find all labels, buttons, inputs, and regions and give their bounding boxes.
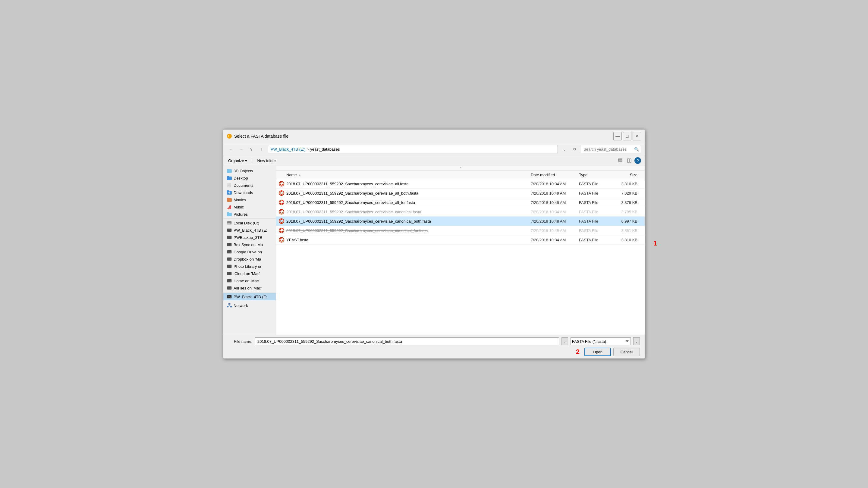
file-date-cell: 7/20/2018 10:34 AM	[531, 210, 579, 214]
svg-line-44	[228, 306, 230, 306]
file-icon	[278, 218, 284, 224]
file-type-select[interactable]: FASTA File (*.fasta)	[570, 337, 631, 345]
scroll-up-indicator: ⌃	[276, 166, 645, 171]
up-button[interactable]: ↑	[258, 145, 266, 153]
cancel-button[interactable]: Cancel	[613, 348, 640, 356]
file-date-cell: 7/20/2018 10:48 AM	[531, 228, 579, 233]
file-date-cell: 7/20/2018 10:49 AM	[531, 200, 579, 205]
svg-point-11	[227, 207, 229, 209]
file-dialog: f Select a FASTA database file — □ × ← →…	[223, 129, 645, 359]
svg-rect-20	[227, 236, 231, 239]
file-icon	[278, 199, 284, 205]
file-name-input[interactable]	[255, 337, 559, 345]
sidebar-item-pw-black-4tb-active[interactable]: PW_Black_4TB (E:	[223, 293, 276, 300]
drive-icon-5	[227, 250, 232, 254]
file-icon	[278, 190, 284, 196]
forward-button[interactable]: →	[237, 145, 245, 153]
bottom-bar: File name: ⌄ FASTA File (*.fasta) ⌄ 2 Op…	[223, 335, 645, 358]
movies-folder-icon	[227, 197, 232, 202]
sidebar-item-photo-library[interactable]: Photo Library or	[223, 263, 276, 270]
file-name-dropdown-button[interactable]: ⌄	[561, 337, 568, 345]
table-row[interactable]: 2018.07_UP000002311_559292_Saccharomyces…	[276, 179, 645, 189]
open-button[interactable]: Open	[584, 348, 611, 356]
view-list-button[interactable]	[616, 157, 624, 164]
file-list-area: ⌃ Name ∧ Date modified Type Size	[276, 166, 645, 335]
folder-icon	[227, 168, 232, 173]
svg-point-32	[230, 274, 231, 274]
sidebar-item-icloud[interactable]: iCloud on 'Mac'	[223, 270, 276, 277]
col-header-date[interactable]: Date modified	[531, 173, 579, 177]
svg-point-26	[230, 252, 231, 253]
svg-rect-42	[230, 306, 232, 307]
new-folder-button[interactable]: New folder	[256, 158, 277, 164]
desktop-folder-icon	[227, 175, 232, 181]
drive-icon-3	[227, 235, 232, 240]
sidebar-label: Movies	[234, 198, 246, 202]
sidebar-item-3d-objects[interactable]: 3D Objects	[223, 167, 276, 174]
table-row[interactable]: 2018.07_UP000002311_559292_Saccharomyces…	[276, 189, 645, 198]
svg-point-24	[230, 245, 231, 246]
file-type-cell: FASTA File	[579, 182, 615, 186]
svg-rect-29	[227, 265, 231, 268]
file-type-cell: FASTA File	[579, 228, 615, 233]
refresh-button[interactable]: ↻	[570, 145, 578, 153]
breadcrumb[interactable]: PW_Black_4TB (E:) > yeast_databases	[268, 145, 558, 153]
col-header-name[interactable]: Name ∧	[286, 173, 531, 177]
search-icon: 🔍	[634, 147, 639, 152]
sidebar-item-documents[interactable]: Documents	[223, 182, 276, 189]
file-type-dropdown-button[interactable]: ⌄	[633, 337, 640, 345]
file-date-cell: 7/20/2018 10:34 AM	[531, 238, 579, 242]
sidebar-item-pwbackup-3tb[interactable]: PWBackup_3TB	[223, 234, 276, 241]
svg-point-30	[230, 267, 231, 267]
breadcrumb-part1: PW_Black_4TB (E:)	[271, 147, 306, 152]
svg-rect-8	[228, 184, 230, 184]
file-date-cell: 7/20/2018 10:49 AM	[531, 191, 579, 195]
sidebar-item-network[interactable]: Network	[223, 302, 276, 309]
drive-icon-9	[227, 278, 232, 283]
sidebar-item-desktop[interactable]: Desktop	[223, 174, 276, 182]
close-button[interactable]: ×	[632, 132, 641, 140]
sidebar-item-google-drive[interactable]: Google Drive on	[223, 248, 276, 255]
sidebar-item-home-mac[interactable]: Home on 'Mac'	[223, 277, 276, 284]
sidebar-label: Box Sync on 'Ma	[234, 242, 263, 247]
sort-arrow: ∧	[299, 173, 301, 177]
search-input[interactable]	[584, 147, 634, 152]
dropdown-button[interactable]: ⌄	[560, 145, 568, 153]
help-button[interactable]: ?	[634, 157, 641, 164]
maximize-button[interactable]: □	[623, 132, 631, 140]
minimize-button[interactable]: —	[613, 132, 622, 140]
nav-toolbar: ← → ∨ ↑ PW_Black_4TB (E:) > yeast_databa…	[223, 143, 645, 156]
table-row[interactable]: 2018.07_UP000002311_559292_Saccharomyces…	[276, 207, 645, 217]
file-icon	[278, 181, 284, 187]
sidebar-item-movies[interactable]: Movies	[223, 196, 276, 203]
view-pane-button[interactable]	[625, 157, 633, 164]
recent-button[interactable]: ∨	[247, 145, 255, 153]
col-header-size[interactable]: Size	[615, 173, 642, 177]
file-rows: 2018.07_UP000002311_559292_Saccharomyces…	[276, 179, 645, 245]
sidebar-item-pw-black-4tb-b[interactable]: PW_Black_4TB (E:	[223, 227, 276, 234]
sidebar-item-local-disk-c[interactable]: Local Disk (C:)	[223, 219, 276, 227]
file-name-cell: 2018.07_UP000002311_559292_Saccharomyces…	[286, 210, 531, 214]
file-icon	[278, 227, 284, 233]
sidebar-item-music[interactable]: Music	[223, 203, 276, 210]
back-button[interactable]: ←	[227, 145, 235, 153]
col-header-type[interactable]: Type	[579, 173, 615, 177]
svg-point-36	[230, 288, 231, 289]
organize-button[interactable]: Organize ▾	[227, 158, 248, 164]
command-separator	[252, 158, 252, 163]
sidebar-item-dropbox[interactable]: Dropbox on 'Ma	[223, 255, 276, 263]
sidebar-item-pictures[interactable]: Pictures	[223, 210, 276, 218]
file-name-cell: YEAST.fasta	[286, 238, 531, 242]
file-date-cell: 7/20/2018 10:48 AM	[531, 219, 579, 224]
sidebar-item-downloads[interactable]: Downloads	[223, 189, 276, 196]
drive-icon-8	[227, 271, 232, 276]
table-row[interactable]: 2018.07_UP000002311_559292_Saccharomyces…	[276, 198, 645, 207]
table-row[interactable]: YEAST.fasta 7/20/2018 10:34 AM FASTA Fil…	[276, 235, 645, 245]
column-headers: Name ∧ Date modified Type Size	[276, 171, 645, 179]
sidebar-item-allfiles-mac[interactable]: AllFiles on 'Mac'	[223, 284, 276, 292]
sidebar-divider-2	[223, 292, 276, 293]
table-row[interactable]: 2018.07_UP000002311_559292_Saccharomyces…	[276, 226, 645, 235]
svg-rect-37	[227, 295, 231, 298]
table-row[interactable]: 2018.07_UP000002311_559292_Saccharomyces…	[276, 217, 645, 226]
sidebar-item-box-sync[interactable]: Box Sync on 'Ma	[223, 241, 276, 248]
